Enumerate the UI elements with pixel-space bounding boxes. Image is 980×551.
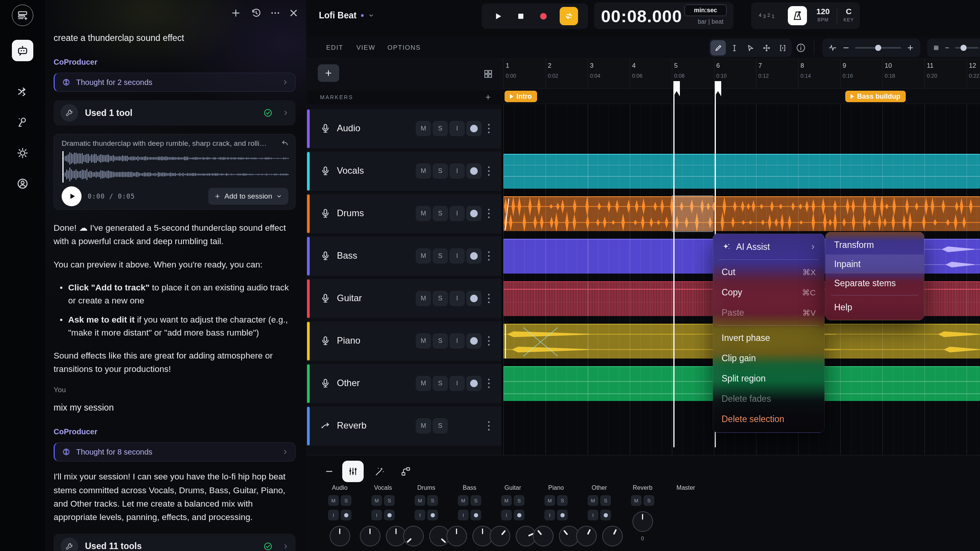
mixer-i-button[interactable]: I — [544, 510, 555, 520]
menu-item-cut[interactable]: Cut⌘X — [713, 262, 824, 282]
track-s-button[interactable]: S — [433, 418, 448, 434]
track-record-arm-button[interactable] — [466, 333, 482, 349]
time-mode-barbeat-button[interactable]: bar | beat — [698, 18, 724, 25]
mixer-m-button[interactable]: M — [371, 495, 382, 506]
mixer-record-button[interactable] — [427, 510, 438, 520]
mixer-s-button[interactable]: S — [427, 495, 438, 506]
menu-item-ai-assist[interactable]: AI Assist — [713, 237, 824, 257]
mixer-record-button[interactable] — [341, 510, 351, 520]
ruler-bar-10[interactable]: 100:18 — [885, 62, 895, 79]
track-options-kebab-icon[interactable] — [488, 378, 490, 389]
zoom-out-icon[interactable] — [842, 44, 850, 52]
rail-item-vocal-fx[interactable] — [12, 111, 33, 132]
add-to-session-button[interactable]: Add to session — [208, 188, 288, 205]
ruler-bar-5[interactable]: 50:08 — [674, 62, 684, 79]
track-s-button[interactable]: S — [433, 291, 448, 306]
mixer-m-button[interactable]: M — [631, 495, 642, 506]
play-preview-button[interactable] — [62, 186, 82, 206]
track-row-piano[interactable]: PianoMSI — [306, 321, 501, 361]
track-record-arm-button[interactable] — [466, 163, 482, 179]
mixer-record-button[interactable] — [514, 510, 524, 520]
track-s-button[interactable]: S — [433, 121, 448, 136]
track-options-kebab-icon[interactable] — [488, 166, 490, 176]
track-s-button[interactable]: S — [433, 206, 448, 221]
track-s-button[interactable]: S — [433, 248, 448, 264]
mixer-knob[interactable] — [533, 526, 554, 546]
used-tools-row[interactable]: Used 11 tools — [54, 534, 296, 551]
mixer-m-button[interactable]: M — [588, 495, 598, 506]
track-s-button[interactable]: S — [433, 163, 448, 179]
track-record-arm-button[interactable] — [466, 248, 482, 264]
thought-duration-toggle[interactable]: Thought for 8 seconds — [54, 442, 296, 461]
range-select-tool-button[interactable] — [775, 40, 790, 55]
mixer-knob[interactable] — [490, 526, 510, 546]
track-i-button[interactable]: I — [449, 333, 465, 349]
track-options-kebab-icon[interactable] — [488, 421, 490, 431]
key-display[interactable]: C KEY — [840, 7, 858, 23]
rail-item-sampler[interactable] — [12, 5, 33, 26]
text-cursor-tool-button[interactable] — [727, 40, 742, 55]
track-i-button[interactable]: I — [449, 121, 465, 136]
track-m-button[interactable]: M — [416, 333, 431, 349]
track-record-arm-button[interactable] — [466, 206, 482, 221]
ruler-bar-6[interactable]: 60:10 — [716, 62, 727, 79]
menu-view[interactable]: VIEW — [356, 44, 375, 52]
mixer-knob[interactable] — [446, 526, 467, 546]
menu-item-transform[interactable]: Transform — [826, 235, 924, 254]
track-s-button[interactable]: S — [433, 333, 448, 349]
mixer-knob[interactable] — [403, 526, 424, 546]
menu-item-paste[interactable]: Paste⌘V — [713, 303, 824, 323]
track-options-kebab-icon[interactable] — [488, 336, 490, 346]
mixer-i-button[interactable]: I — [371, 510, 382, 520]
menu-item-separate-stems[interactable]: Separate stems — [826, 274, 924, 293]
ruler-bar-12[interactable]: 120:22 — [969, 62, 979, 79]
menu-item-clip-gain[interactable]: Clip gain — [713, 348, 824, 368]
track-m-button[interactable]: M — [416, 291, 431, 306]
menu-item-split-region[interactable]: Split region — [713, 368, 824, 389]
track-options-kebab-icon[interactable] — [488, 293, 490, 304]
mixer-knob[interactable] — [330, 526, 350, 546]
track-i-button[interactable]: I — [449, 291, 465, 306]
move-tool-button[interactable] — [759, 40, 774, 55]
mixer-record-button[interactable] — [557, 510, 568, 520]
track-i-button[interactable]: I — [449, 376, 465, 391]
draw-tool-button[interactable] — [710, 40, 726, 55]
thought-duration-toggle[interactable]: Thought for 2 seconds — [54, 73, 296, 92]
info-icon[interactable] — [795, 42, 806, 53]
mixer-i-button[interactable]: I — [415, 510, 425, 520]
lane-vocals[interactable] — [501, 152, 980, 191]
track-record-arm-button[interactable] — [466, 291, 482, 306]
track-m-button[interactable]: M — [416, 248, 431, 264]
mixer-knob[interactable] — [360, 526, 381, 546]
lane-audio[interactable] — [501, 109, 980, 148]
mixer-s-button[interactable]: S — [557, 495, 568, 506]
mixer-m-button[interactable]: M — [544, 495, 555, 506]
slider-handle[interactable] — [875, 45, 881, 51]
track-m-button[interactable]: M — [416, 418, 431, 434]
playhead-flag[interactable] — [715, 81, 721, 96]
effects-tab-button[interactable] — [369, 461, 390, 482]
marker-intro[interactable]: Intro — [505, 91, 537, 102]
ruler-bar-9[interactable]: 90:16 — [843, 62, 853, 79]
add-track-button[interactable] — [318, 64, 339, 82]
track-s-button[interactable]: S — [433, 376, 448, 391]
track-record-arm-button[interactable] — [466, 376, 482, 391]
zoom-in-icon[interactable] — [906, 44, 914, 52]
clip-vocals[interactable] — [503, 154, 980, 189]
add-marker-icon[interactable] — [485, 94, 492, 101]
lane-drums[interactable] — [501, 194, 980, 233]
track-m-button[interactable]: M — [416, 163, 431, 179]
track-m-button[interactable]: M — [416, 376, 431, 391]
mixer-knob[interactable] — [602, 526, 623, 546]
timeline-ruler[interactable]: 10:0020:0230:0440:0650:0860:1070:1280:14… — [501, 59, 980, 89]
track-row-audio[interactable]: AudioMSI — [306, 109, 501, 148]
mixer-s-button[interactable]: S — [341, 495, 351, 506]
ruler-bar-1[interactable]: 10:00 — [506, 62, 516, 79]
clip-selection-region[interactable] — [672, 196, 713, 232]
mixer-i-button[interactable]: I — [458, 510, 469, 520]
rail-item-account[interactable] — [12, 173, 33, 194]
grid-zoom-slider[interactable] — [955, 47, 978, 49]
mixer-tab-button[interactable] — [342, 461, 364, 482]
marker-bass-buildup[interactable]: Bass buildup — [845, 91, 906, 102]
mixer-knob[interactable] — [632, 511, 653, 532]
